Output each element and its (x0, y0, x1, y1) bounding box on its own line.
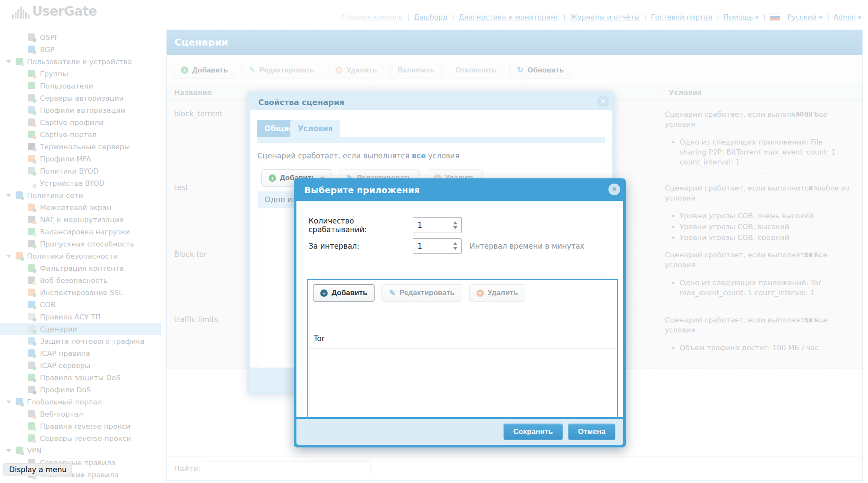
interval-stepper[interactable]: 1 (413, 238, 462, 254)
save-button[interactable]: Сохранить (503, 424, 563, 440)
add-application-button-label: Добавить (332, 289, 367, 297)
close-icon[interactable]: ✕ (608, 184, 620, 195)
trigger-count-row: Количество срабатываний: 1 (309, 217, 462, 233)
applications-panel: +Добавить✎Редактировать✕Удалить Tor Созд… (307, 279, 618, 435)
list-separator (309, 348, 616, 349)
stepper-down-icon[interactable] (453, 226, 457, 229)
delete-application-button-label: Удалить (488, 289, 518, 297)
applications-toolbar: +Добавить✎Редактировать✕Удалить (313, 284, 525, 302)
dialog-title: Выберите приложения (304, 185, 420, 195)
add-application-button[interactable]: +Добавить (313, 284, 375, 302)
select-applications-dialog: Выберите приложения ✕ Количество срабаты… (294, 178, 626, 447)
plus-icon: + (320, 289, 328, 297)
display-menu-tooltip: Display a menu (3, 463, 72, 476)
interval-row: За интервал: 1 Интервал времени в минута… (309, 238, 585, 254)
cancel-button[interactable]: Отмена (568, 424, 615, 440)
trigger-count-stepper[interactable]: 1 (413, 217, 462, 233)
interval-note: Интервал времени в минутах (470, 242, 585, 250)
edit-application-button[interactable]: ✎Редактировать (381, 284, 462, 302)
stepper-down-icon[interactable] (453, 247, 457, 250)
delete-application-button[interactable]: ✕Удалить (469, 284, 526, 302)
interval-label: За интервал: (309, 242, 413, 250)
dialog-footer: Сохранить Отмена (296, 419, 623, 445)
delete-cross-icon: ✕ (477, 289, 484, 297)
application-list-item[interactable]: Tor (314, 334, 325, 343)
dialog-body: Количество срабатываний: 1 За интервал: … (296, 201, 623, 417)
trigger-count-label: Количество срабатываний: (309, 217, 413, 234)
pencil-icon: ✎ (389, 289, 395, 297)
stepper-up-icon[interactable] (453, 221, 457, 224)
edit-application-button-label: Редактировать (399, 289, 454, 297)
stepper-up-icon[interactable] (453, 242, 457, 245)
